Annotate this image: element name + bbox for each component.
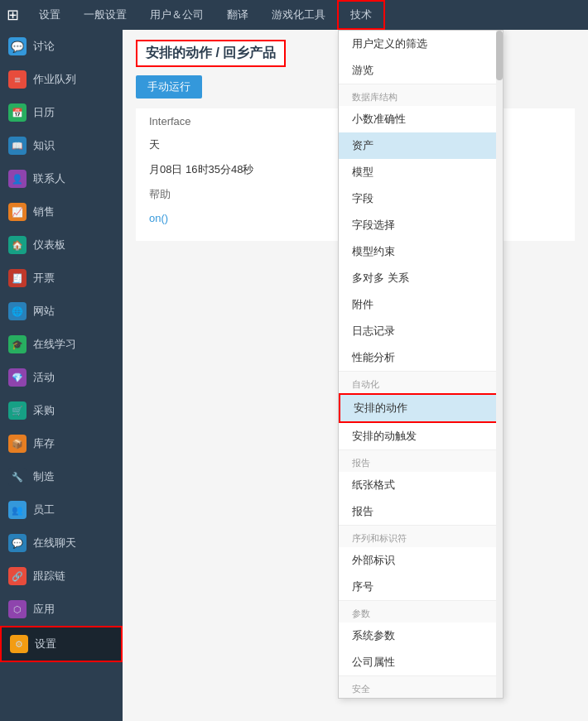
dropdown-item-log[interactable]: 日志记录 [339, 318, 503, 344]
sidebar-item-queue[interactable]: ≡ 作业队列 [0, 63, 123, 96]
help-label: 帮助 [149, 187, 215, 202]
manual-run-button[interactable]: 手动运行 [136, 75, 202, 99]
sidebar-label-inventory: 库存 [33, 436, 55, 451]
invoice-icon: 🧾 [8, 269, 27, 287]
dropdown-section-db-structure: 数据库结构 [339, 84, 503, 106]
knowledge-icon: 📖 [8, 137, 27, 155]
dropdown-item-company-props[interactable]: 公司属性 [339, 649, 503, 675]
interface-label: Interface [149, 115, 215, 127]
dropdown-item-scheduled-actions[interactable]: 安排的动作 [339, 393, 503, 423]
sales-icon: 📈 [8, 203, 27, 221]
sidebar-item-discuss[interactable]: 💬 讨论 [0, 30, 123, 63]
sidebar-item-activities[interactable]: 💎 活动 [0, 361, 123, 394]
sidebar-label-invoice: 开票 [33, 271, 55, 286]
dropdown-item-external-id[interactable]: 外部标识 [339, 547, 503, 574]
sidebar-label-activities: 活动 [33, 370, 55, 385]
sidebar-label-contacts: 联系人 [33, 171, 65, 186]
nav-settings[interactable]: 设置 [27, 0, 72, 30]
sidebar-label-dashboard: 仪表板 [33, 238, 65, 252]
dropdown-item-field[interactable]: 字段 [339, 185, 503, 212]
sidebar-label-employees: 员工 [33, 502, 55, 517]
dashboard-icon: 🏠 [8, 236, 27, 254]
date-value: 月08日 16时35分48秒 [149, 162, 253, 177]
website-icon: 🌐 [8, 302, 27, 320]
dropdown-item-sequence[interactable]: 序号 [339, 574, 503, 600]
discuss-icon: 💬 [8, 37, 27, 55]
sidebar-item-apps[interactable]: ⬡ 应用 [0, 593, 123, 626]
scrollbar-track [496, 31, 503, 698]
contacts-icon: 👤 [8, 170, 27, 188]
sidebar-label-purchase: 采购 [33, 403, 55, 418]
sidebar-item-contacts[interactable]: 👤 联系人 [0, 162, 123, 195]
sidebar-label-website: 网站 [33, 304, 55, 319]
sidebar-label-sales: 销售 [33, 204, 55, 219]
employees-icon: 👥 [8, 501, 27, 519]
sidebar-item-knowledge[interactable]: 📖 知识 [0, 129, 123, 162]
dropdown-section-automation: 自动化 [339, 371, 503, 393]
content-area: 安排的动作 / 回乡产品 手动运行 Interface 天 月08日 16时35… [123, 30, 588, 721]
sidebar-label-tracechain: 跟踪链 [33, 569, 65, 584]
nav-gamification[interactable]: 游戏化工具 [260, 0, 337, 30]
dropdown-item-report[interactable]: 报告 [339, 498, 503, 525]
dropdown-section-report: 报告 [339, 449, 503, 472]
dropdown-section-security: 安全 [339, 675, 503, 698]
nav-tech[interactable]: 技术 [337, 0, 385, 30]
sidebar-item-settings[interactable]: ⚙ 设置 [0, 626, 123, 662]
sidebar-item-manufacturing[interactable]: 🔧 制造 [0, 460, 123, 493]
nav-users-company[interactable]: 用户＆公司 [138, 0, 215, 30]
nav-translate[interactable]: 翻译 [215, 0, 260, 30]
elearning-icon: 🎓 [8, 335, 27, 353]
sidebar-item-calendar[interactable]: 📅 日历 [0, 96, 123, 129]
sidebar-label-livechat: 在线聊天 [33, 536, 76, 550]
dropdown-item-model[interactable]: 模型 [339, 159, 503, 185]
sidebar-item-invoice[interactable]: 🧾 开票 [0, 262, 123, 295]
purchase-icon: 🛒 [8, 401, 27, 420]
grid-icon[interactable]: ⊞ [7, 6, 19, 24]
sidebar-item-tracechain[interactable]: 🔗 跟踪链 [0, 560, 123, 593]
sidebar-label-knowledge: 知识 [33, 138, 55, 153]
inventory-icon: 📦 [8, 435, 27, 453]
activities-icon: 💎 [8, 368, 27, 387]
dropdown-item-browse[interactable]: 游览 [339, 57, 503, 84]
dropdown-item-many2many[interactable]: 多对多 关系 [339, 265, 503, 291]
scrollbar-thumb[interactable] [496, 31, 503, 80]
sidebar-item-sales[interactable]: 📈 销售 [0, 195, 123, 228]
top-nav: ⊞ 设置 一般设置 用户＆公司 翻译 游戏化工具 技术 [0, 0, 588, 30]
manufacturing-icon: 🔧 [8, 468, 27, 486]
dropdown-item-perf[interactable]: 性能分析 [339, 344, 503, 371]
nav-general[interactable]: 一般设置 [72, 0, 138, 30]
sidebar-label-manufacturing: 制造 [33, 469, 55, 484]
queue-icon: ≡ [8, 70, 27, 89]
days-value: 天 [149, 137, 160, 152]
settings-icon: ⚙ [10, 635, 28, 653]
sidebar-label-elearning: 在线学习 [33, 337, 76, 352]
dropdown-item-system-params[interactable]: 系统参数 [339, 622, 503, 649]
sidebar-item-employees[interactable]: 👥 员工 [0, 493, 123, 526]
dropdown-item-model-constraint[interactable]: 模型约束 [339, 238, 503, 265]
dropdown-item-decimal[interactable]: 小数准确性 [339, 106, 503, 132]
sidebar-item-website[interactable]: 🌐 网站 [0, 295, 123, 328]
sidebar-item-livechat[interactable]: 💬 在线聊天 [0, 526, 123, 560]
sidebar-item-elearning[interactable]: 🎓 在线学习 [0, 328, 123, 361]
sidebar-item-inventory[interactable]: 📦 库存 [0, 427, 123, 460]
dropdown-item-attachment[interactable]: 附件 [339, 291, 503, 318]
dropdown-section-params: 参数 [339, 600, 503, 622]
sidebar: 💬 讨论 ≡ 作业队列 📅 日历 📖 知识 👤 联系人 📈 销售 🏠 仪表板 � [0, 30, 123, 721]
dropdown-item-assets[interactable]: 资产 [339, 132, 503, 159]
sidebar-label-settings: 设置 [35, 637, 56, 651]
sidebar-label-discuss: 讨论 [33, 39, 55, 54]
dropdown-item-paper-format[interactable]: 纸张格式 [339, 472, 503, 498]
function-value: on() [149, 212, 168, 224]
dropdown-menu: 用户定义的筛选 游览 数据库结构 小数准确性 资产 模型 字段 字段选择 模型约… [338, 30, 504, 699]
livechat-icon: 💬 [8, 534, 27, 552]
dropdown-item-custom-filter[interactable]: 用户定义的筛选 [339, 31, 503, 57]
dropdown-item-scheduled-triggers[interactable]: 安排的动触发 [339, 423, 503, 449]
page-title: 安排的动作 / 回乡产品 [136, 40, 286, 67]
sidebar-label-queue: 作业队列 [33, 72, 76, 87]
sidebar-item-dashboard[interactable]: 🏠 仪表板 [0, 228, 123, 262]
main-layout: 💬 讨论 ≡ 作业队列 📅 日历 📖 知识 👤 联系人 📈 销售 🏠 仪表板 � [0, 30, 588, 721]
dropdown-section-seq-identifiers: 序列和标识符 [339, 525, 503, 547]
sidebar-item-purchase[interactable]: 🛒 采购 [0, 394, 123, 427]
dropdown-item-field-select[interactable]: 字段选择 [339, 212, 503, 238]
calendar-icon: 📅 [8, 103, 27, 122]
